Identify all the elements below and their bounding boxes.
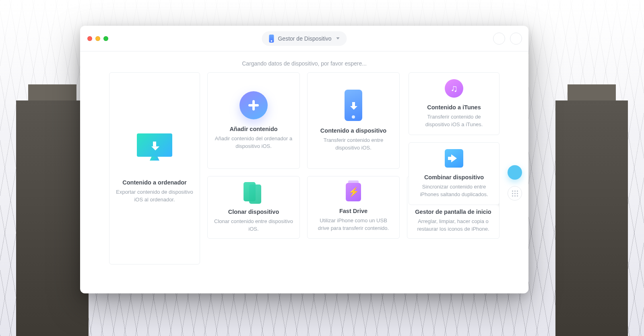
app-window: Gestor de Dispositivo Cargando datos de …: [80, 26, 528, 293]
loading-status: Cargando datos de dispositivo, por favor…: [80, 51, 528, 72]
card-desc: Transferir contenido de dispositivo iOS …: [415, 113, 493, 129]
card-desc: Arreglar, limpiar, hacer copia o restaur…: [414, 217, 493, 233]
card-add-content[interactable]: Añadir contenido Añadir contenido del or…: [207, 72, 300, 169]
card-desc: Utilizar iPhone como un USB drive para t…: [314, 217, 393, 232]
chevron-down-icon: [336, 37, 340, 39]
close-window-button[interactable]: [87, 36, 92, 41]
view-mode-toggles: [508, 165, 522, 201]
minimize-window-button[interactable]: [95, 36, 100, 41]
card-content-to-device[interactable]: Contenido a dispositivo Transferir conte…: [307, 72, 400, 169]
card-content-to-itunes[interactable]: ♫ Contenido a iTunes Transferir contenid…: [409, 72, 500, 135]
help-button[interactable]: [493, 33, 505, 45]
grid-icon: [512, 191, 518, 197]
phone-icon: [269, 35, 274, 43]
card-title: Fast Drive: [339, 208, 367, 214]
card-clone-device[interactable]: Clonar dispositivo Clonar contenido entr…: [207, 176, 300, 239]
card-title: Clonar dispositivo: [228, 209, 279, 215]
card-title: Contenido a dispositivo: [320, 127, 386, 134]
card-merge-device[interactable]: Combinar dispositivo Sincronizar conteni…: [409, 142, 500, 205]
monitor-download-icon: [137, 133, 172, 157]
phone-download-icon: [345, 90, 362, 121]
cards-area: Contenido a ordenador Exportar contenido…: [80, 72, 528, 293]
card-title: Combinar dispositivo: [424, 174, 484, 180]
card-title: Añadir contenido: [229, 126, 277, 132]
card-title: Contenido a iTunes: [427, 104, 481, 111]
usb-drive-icon: ⚡: [346, 183, 361, 201]
card-desc: Clonar contenido entre dispositivo iOS.: [214, 217, 293, 233]
merge-arrow-icon: [445, 149, 463, 168]
clone-phones-icon: [244, 182, 264, 202]
card-title: Contenido a ordenador: [122, 179, 187, 186]
card-desc: Añadir contenido del ordenador a disposi…: [214, 135, 293, 150]
card-desc: Exportar contenido de dispositivo iOS al…: [116, 188, 193, 204]
card-title: Gestor de pantalla de inicio: [415, 209, 491, 215]
titlebar: Gestor de Dispositivo: [80, 26, 528, 51]
device-selector-label: Gestor de Dispositivo: [278, 35, 331, 42]
plus-circle-icon: [239, 91, 268, 119]
card-desc: Transferir contenido entre dispositivo i…: [314, 136, 393, 152]
zoom-window-button[interactable]: [103, 36, 108, 41]
window-controls: [87, 36, 108, 41]
categories-view-toggle[interactable]: [508, 186, 522, 201]
card-content-to-computer[interactable]: Contenido a ordenador Exportar contenido…: [109, 72, 200, 264]
itunes-icon: ♫: [445, 79, 463, 98]
card-desc: Sincronizar contenido entre iPhones salt…: [415, 183, 493, 199]
card-fast-drive[interactable]: ⚡ Fast Drive Utilizar iPhone como un USB…: [307, 176, 400, 239]
toolbox-view-toggle[interactable]: [508, 165, 522, 180]
device-selector[interactable]: Gestor de Dispositivo: [262, 31, 347, 46]
theme-button[interactable]: [510, 33, 522, 45]
